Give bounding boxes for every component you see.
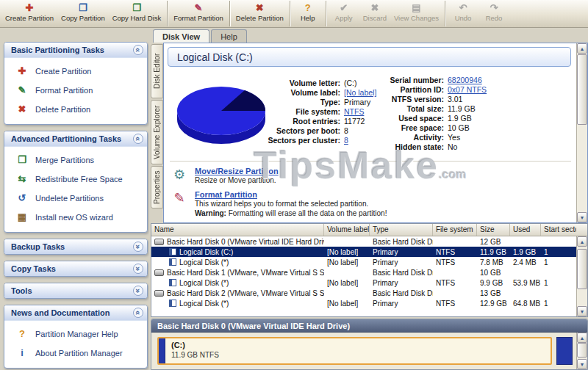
disk-map-scrollbar[interactable]: ▲ ▼ bbox=[576, 333, 587, 369]
chevron-icon[interactable]: « bbox=[133, 45, 143, 55]
tab[interactable]: Disk View bbox=[153, 29, 209, 43]
toolbar-button[interactable]: ✎ Format Partition bbox=[170, 1, 227, 26]
sidebar-item[interactable]: ▦ Install new OS wizard bbox=[15, 211, 144, 222]
table-row[interactable]: Basic Hard Disk 0 (VMware Virtual IDE Ha… bbox=[151, 236, 576, 247]
sidebar-section-header[interactable]: Basic Partitioning Tasks « bbox=[4, 43, 147, 57]
column-header[interactable]: Volume label bbox=[324, 224, 370, 236]
scroll-down-button[interactable]: ▼ bbox=[577, 212, 587, 222]
property-value[interactable]: NTFS bbox=[344, 107, 364, 117]
property-value[interactable]: [No label] bbox=[344, 88, 376, 98]
sidebar-section-header[interactable]: Backup Tasks » bbox=[4, 239, 147, 254]
toolbar-button[interactable]: ✖ Delete Partition bbox=[232, 1, 287, 26]
sidebar-item[interactable]: ✖ Delete Partition bbox=[15, 104, 144, 115]
sidebar-section-header[interactable]: News and Documentation « bbox=[4, 305, 147, 320]
disk-map-header: Basic Hard Disk 0 (VMware Virtual IDE Ha… bbox=[151, 319, 587, 333]
sidebar-item-label: About Partition Manager bbox=[35, 349, 123, 358]
tab[interactable]: Help bbox=[211, 29, 247, 43]
cell-name: Basic Hard Disk 1 (VMware, VMware Virtua… bbox=[151, 269, 324, 277]
scroll-up-button[interactable]: ▲ bbox=[577, 236, 587, 247]
partition-manager-window: ✚ Create Partition ❐ Copy Partition ❐ Co… bbox=[0, 0, 588, 370]
sidebar-item[interactable]: ❐ Merge Partitions bbox=[15, 154, 144, 165]
about-info-icon: i bbox=[15, 347, 29, 358]
column-header[interactable]: File system bbox=[433, 224, 477, 236]
partition-icon bbox=[169, 248, 176, 255]
property-label: File system: bbox=[267, 107, 340, 117]
property-value[interactable]: 8 bbox=[344, 136, 348, 145]
side-tab[interactable]: Properties bbox=[151, 166, 163, 208]
column-header[interactable]: Size bbox=[477, 224, 510, 236]
move-resize-partition-link[interactable]: Move/Resize Partition bbox=[195, 167, 279, 175]
sidebar-item[interactable]: ? Partition Manager Help bbox=[15, 328, 144, 339]
table-row[interactable]: Logical Disk (*) [No label] Primary NTFS… bbox=[151, 278, 576, 288]
toolbar-button[interactable]: ❐ Copy Partition bbox=[57, 1, 109, 26]
pie-chart bbox=[170, 74, 273, 151]
cell-start-sector: 1 bbox=[541, 279, 576, 287]
toolbar-button[interactable]: ✚ Create Partition bbox=[1, 1, 57, 26]
table-row[interactable]: Basic Hard Disk 1 (VMware, VMware Virtua… bbox=[151, 267, 576, 278]
cell-name: Logical Disk (*) bbox=[151, 300, 324, 308]
side-tab[interactable]: Volume Explorer bbox=[151, 100, 163, 164]
sidebar-section-title: Basic Partitioning Tasks bbox=[11, 46, 104, 54]
property-value[interactable]: 68200946 bbox=[448, 76, 482, 85]
toolbar-button[interactable]: ❐ Copy Hard Disk bbox=[109, 1, 165, 26]
toolbar-button[interactable]: ? Help bbox=[293, 1, 323, 26]
table-row[interactable]: Logical Disk (*) [No label] Primary NTFS… bbox=[151, 257, 576, 267]
table-row[interactable]: Logical Disk (C:) [No label] Primary NTF… bbox=[151, 247, 576, 257]
partition-block-c[interactable]: (C:) 11.9 GB NTFS bbox=[157, 337, 552, 365]
table-row[interactable]: Logical Disk (*) [No label] Primary NTFS… bbox=[151, 298, 576, 308]
sidebar-section-header[interactable]: Copy Tasks » bbox=[4, 261, 147, 276]
sidebar-item[interactable]: i About Partition Manager bbox=[15, 347, 144, 358]
sidebar-section-title: Backup Tasks bbox=[11, 242, 65, 251]
discard-icon: ✖ bbox=[370, 2, 379, 14]
partition-name: (C:) bbox=[171, 341, 219, 349]
chevron-icon[interactable]: » bbox=[133, 242, 143, 252]
format-warning: Warning: Formatting will erase all the d… bbox=[195, 209, 387, 218]
cell-file-system: NTFS bbox=[433, 248, 477, 256]
column-header[interactable]: Name bbox=[151, 224, 324, 236]
up-arrow-icon: ▲ bbox=[580, 46, 585, 51]
cell-name: Basic Hard Disk 2 (VMware, VMware Virtua… bbox=[151, 289, 324, 297]
detail-title: Logical Disk (C:) bbox=[168, 47, 571, 67]
scroll-up-button[interactable]: ▲ bbox=[577, 333, 587, 343]
cell-type: Basic Hard Disk Drive bbox=[370, 238, 433, 246]
property-row: Activity: Yes bbox=[387, 133, 567, 142]
property-value[interactable]: 0x07 NTFS bbox=[448, 85, 487, 95]
format-partition-link[interactable]: Format Partition bbox=[195, 190, 387, 199]
chevron-icon[interactable]: « bbox=[133, 308, 143, 318]
sidebar-item[interactable]: ↺ Undelete Partitions bbox=[15, 192, 144, 203]
scroll-thumb[interactable] bbox=[577, 54, 587, 125]
column-header[interactable]: Start sector bbox=[541, 224, 576, 236]
chevron-icon[interactable]: « bbox=[133, 134, 143, 144]
sidebar-section-header[interactable]: Advanced Partitioning Tasks « bbox=[4, 131, 147, 146]
toolbar-button-label: Undo bbox=[455, 14, 472, 22]
sidebar-item[interactable]: ✎ Format Partition bbox=[15, 84, 144, 95]
table-body: Basic Hard Disk 0 (VMware Virtual IDE Ha… bbox=[151, 236, 587, 308]
toolbar-button-label: Help bbox=[301, 14, 315, 22]
chevron-icon[interactable]: » bbox=[133, 264, 143, 274]
scroll-down-button[interactable]: ▼ bbox=[577, 306, 587, 316]
table-row[interactable]: Basic Hard Disk 2 (VMware, VMware Virtua… bbox=[151, 288, 576, 298]
sidebar-item[interactable]: ✚ Create Partition bbox=[15, 65, 144, 76]
sidebar-section-header[interactable]: Tools » bbox=[4, 283, 147, 298]
cell-size: 13 GB bbox=[477, 289, 510, 297]
table-scrollbar[interactable]: ▲ ▼ bbox=[576, 236, 587, 316]
scroll-thumb[interactable] bbox=[577, 343, 587, 358]
column-header[interactable]: Type bbox=[370, 224, 433, 236]
sidebar-item[interactable]: ⇆ Redistribute Free Space bbox=[15, 173, 144, 184]
scroll-up-button[interactable]: ▲ bbox=[577, 43, 587, 54]
detail-scrollbar[interactable]: ▲ ▼ bbox=[576, 43, 587, 222]
property-label: Volume label: bbox=[267, 88, 340, 98]
side-tab[interactable]: Disk Editor bbox=[151, 44, 163, 98]
partition-icon bbox=[169, 300, 176, 307]
scroll-down-button[interactable]: ▼ bbox=[577, 359, 587, 369]
property-row: Partition ID: 0x07 NTFS bbox=[387, 85, 567, 95]
chevron-icon[interactable]: » bbox=[133, 286, 143, 296]
partition-block-small[interactable] bbox=[556, 337, 573, 365]
column-header[interactable]: Used bbox=[510, 224, 541, 236]
row-name-text: Logical Disk (*) bbox=[179, 258, 229, 266]
cell-volume-label: [No label] bbox=[324, 300, 370, 308]
property-value: 1.9 GB bbox=[448, 114, 472, 123]
scroll-thumb[interactable] bbox=[577, 249, 587, 289]
disk-map-body: (C:) 11.9 GB NTFS ▲ ▼ bbox=[151, 333, 587, 369]
up-arrow-icon: ▲ bbox=[580, 239, 585, 244]
